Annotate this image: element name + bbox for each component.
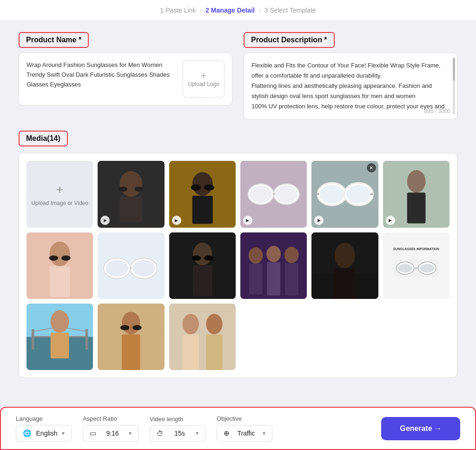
product-name-block: Product Name * Wrap Around Fashion Sungl… <box>19 32 232 119</box>
media-item-5[interactable]: ▶ <box>383 161 450 227</box>
language-field: Language 🌐 English ▾ <box>16 415 72 442</box>
svg-point-77 <box>206 314 222 334</box>
media-item-7[interactable] <box>98 232 164 299</box>
generate-button[interactable]: Generate → <box>381 417 460 440</box>
product-name-text[interactable]: Wrap Around Fashion Sunglasses for Men W… <box>26 60 177 89</box>
objective-label: Objective <box>217 415 272 422</box>
svg-point-51 <box>335 243 355 268</box>
svg-rect-71 <box>122 334 140 370</box>
svg-point-1 <box>120 172 143 197</box>
svg-point-14 <box>275 185 298 203</box>
media-item-12[interactable] <box>26 304 93 370</box>
svg-rect-46 <box>267 262 280 296</box>
generate-label: Generate → <box>400 424 442 433</box>
media-item-6[interactable] <box>26 232 93 299</box>
aspect-ratio-value: 9:16 <box>106 430 119 437</box>
svg-rect-52 <box>335 268 355 299</box>
svg-point-41 <box>204 255 213 260</box>
play-icon-2: ▶ <box>172 216 181 225</box>
scrollbar-thumb <box>453 58 455 80</box>
svg-rect-78 <box>206 334 222 370</box>
stepper: 1 Paste Link › 2 Manage Detail › 3 Selec… <box>0 0 476 21</box>
product-description-label: Product Description * <box>244 32 335 48</box>
media-item-14[interactable] <box>169 304 236 370</box>
scrollbar-track[interactable] <box>453 58 455 114</box>
media-item-10[interactable] <box>311 232 378 299</box>
media-item-1[interactable]: ▶ <box>98 161 164 227</box>
product-name-card: Wrap Around Fashion Sunglasses for Men W… <box>19 53 232 106</box>
svg-point-43 <box>249 247 263 264</box>
svg-rect-39 <box>192 265 212 296</box>
svg-point-55 <box>398 264 412 272</box>
svg-point-12 <box>250 185 272 203</box>
globe-icon: 🌐 <box>23 429 32 437</box>
language-value: English <box>36 430 58 437</box>
media-grid-wrapper: + Upload Image or Video ▶ <box>19 153 457 378</box>
svg-point-38 <box>192 243 212 265</box>
step-3-label: 3 Select Template <box>264 7 316 14</box>
aspect-ratio-chevron-icon: ▾ <box>129 430 132 437</box>
svg-point-29 <box>49 255 59 260</box>
aspect-ratio-field: Aspect Ratio ▭ 9:16 ▾ <box>83 415 139 442</box>
svg-point-35 <box>132 260 155 276</box>
aspect-ratio-label: Aspect Ratio <box>83 415 139 422</box>
svg-point-27 <box>50 242 70 266</box>
step-arrow-1: › <box>199 7 202 14</box>
svg-rect-62 <box>86 329 88 350</box>
svg-point-3 <box>119 187 128 192</box>
media-section: Media(14) + Upload Image or Video <box>19 131 457 378</box>
language-dropdown[interactable]: 🌐 English ▾ <box>16 425 72 442</box>
aspect-ratio-dropdown[interactable]: ▭ 9:16 ▾ <box>83 425 139 442</box>
upload-label: Upload Image or Video <box>31 200 88 206</box>
upload-logo-plus-icon: + <box>201 71 207 81</box>
target-icon: ⊕ <box>224 429 230 437</box>
step-arrow-2: › <box>258 7 261 14</box>
upload-plus-icon: + <box>56 182 63 197</box>
objective-dropdown[interactable]: ⊕ Traffic ▾ <box>217 425 272 442</box>
media-item-3[interactable]: ▶ <box>240 161 307 227</box>
upload-logo-label: Upload Logo <box>188 81 219 87</box>
media-upload-button[interactable]: + Upload Image or Video <box>26 161 93 227</box>
media-item-8[interactable] <box>169 232 236 299</box>
play-icon-3: ▶ <box>243 216 252 225</box>
svg-rect-74 <box>169 304 236 370</box>
language-label: Language <box>16 415 72 422</box>
main-content: Product Name * Wrap Around Fashion Sungl… <box>0 21 476 400</box>
svg-point-75 <box>182 314 198 334</box>
svg-point-4 <box>135 187 143 192</box>
svg-rect-44 <box>249 264 263 294</box>
svg-rect-36 <box>130 267 132 269</box>
video-length-chevron-icon: ▾ <box>196 430 198 437</box>
clock-icon: ⏱ <box>157 430 164 437</box>
step-2[interactable]: 2 Manage Detail <box>205 7 255 14</box>
svg-rect-61 <box>32 329 34 350</box>
media-item-9[interactable] <box>240 232 307 299</box>
svg-rect-7 <box>192 196 212 224</box>
svg-point-57 <box>420 264 434 272</box>
media-label: Media(14) <box>19 131 68 146</box>
step-3[interactable]: 3 Select Template <box>264 7 316 14</box>
svg-point-47 <box>284 247 299 263</box>
media-item-4[interactable]: ✕ ▶ <box>311 161 378 227</box>
svg-point-45 <box>266 245 281 262</box>
svg-point-30 <box>61 255 71 260</box>
svg-point-24 <box>407 170 425 193</box>
objective-field: Objective ⊕ Traffic ▾ <box>217 415 272 442</box>
svg-rect-76 <box>182 334 198 370</box>
media-item-13[interactable] <box>98 304 164 370</box>
product-description-text[interactable]: Flexible and Fits the Contour of Your Fa… <box>251 60 450 112</box>
upload-logo-button[interactable]: + Upload Logo <box>183 60 225 98</box>
play-icon-1: ▶ <box>100 216 110 225</box>
video-length-label: Video length <box>150 416 205 423</box>
svg-rect-2 <box>120 197 143 223</box>
media-item-11[interactable]: SUNGLASSES INFORMATION <box>383 232 450 299</box>
svg-point-6 <box>192 172 212 196</box>
objective-chevron-icon: ▾ <box>263 430 265 437</box>
media-item-2[interactable]: ▶ <box>169 161 236 227</box>
step-1[interactable]: 1 Paste Link <box>160 7 196 14</box>
svg-point-9 <box>204 185 214 191</box>
svg-rect-28 <box>50 266 70 297</box>
product-description-block: Product Description * Flexible and Fits … <box>244 32 457 119</box>
video-length-dropdown[interactable]: ⏱ 15s ▾ <box>150 425 205 442</box>
svg-point-70 <box>122 312 140 335</box>
